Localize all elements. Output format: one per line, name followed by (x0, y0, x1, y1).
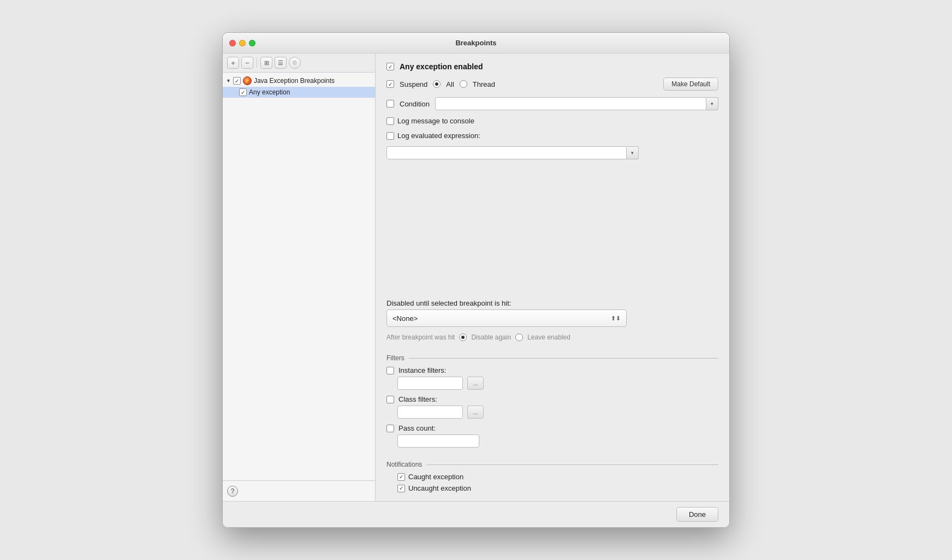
notifications-divider-row: Notifications (386, 461, 718, 468)
left-toolbar: + − ⊞ ☰ © (223, 53, 375, 73)
caught-exception-checkbox[interactable] (397, 473, 405, 481)
suspend-label: Suspend (400, 80, 427, 88)
after-hit-row: After breakpoint was hit Disable again L… (386, 333, 718, 341)
maximize-button[interactable] (249, 40, 255, 46)
right-panel: Any exception enabled Suspend All Thread… (376, 53, 729, 501)
condition-dropdown-button[interactable]: ▾ (706, 97, 718, 110)
thread-label: Thread (473, 80, 495, 88)
suspend-checkbox[interactable] (386, 80, 394, 88)
suspend-row: Suspend All Thread Make Default (386, 78, 718, 91)
caught-exception-label: Caught exception (408, 473, 463, 481)
help-button[interactable]: ? (227, 486, 238, 497)
icon1-button[interactable]: ⊞ (260, 57, 272, 69)
content-area: + − ⊞ ☰ © ▼ ⚡ Java Exception Breakpoints… (223, 53, 729, 501)
breakpoints-window: Breakpoints + − ⊞ ☰ © ▼ ⚡ Java Exception… (222, 32, 730, 528)
remove-button[interactable]: − (241, 57, 253, 69)
select-arrow-icon: ⬆⬇ (611, 315, 621, 322)
class-filters-row: Class filters: (386, 395, 718, 403)
instance-filters-input[interactable] (397, 377, 463, 390)
condition-label: Condition (400, 100, 430, 108)
none-select[interactable]: <None> ⬆⬇ (386, 309, 627, 327)
left-panel: + − ⊞ ☰ © ▼ ⚡ Java Exception Breakpoints… (223, 53, 376, 501)
class-filters-label: Class filters: (398, 395, 437, 403)
condition-row: Condition ▾ (386, 97, 718, 110)
thread-radio[interactable] (460, 80, 467, 88)
instance-filters-row: Instance filters: (386, 366, 718, 374)
filters-divider-line (409, 358, 718, 359)
log-message-checkbox[interactable] (386, 117, 394, 125)
traffic-lights (229, 40, 255, 46)
titlebar: Breakpoints (223, 33, 729, 53)
help-area: ? (223, 480, 375, 501)
make-default-button[interactable]: Make Default (663, 78, 718, 91)
uncaught-exception-row: Uncaught exception (397, 484, 718, 492)
log-message-row: Log message to console (386, 117, 718, 125)
none-option-label: <None> (392, 314, 418, 323)
uncaught-exception-checkbox[interactable] (397, 485, 405, 492)
disable-again-label: Disable again (471, 333, 511, 341)
breakpoints-tree: ▼ ⚡ Java Exception Breakpoints Any excep… (223, 73, 375, 480)
icon3-button[interactable]: © (289, 57, 301, 69)
instance-filter-input-row: ... (397, 377, 718, 390)
any-exception-checkbox[interactable] (386, 63, 394, 70)
instance-browse-button[interactable]: ... (467, 377, 484, 390)
class-filter-input-row: ... (397, 406, 718, 419)
log-message-label: Log message to console (397, 117, 474, 125)
tree-item-any-exception[interactable]: Any exception (223, 87, 375, 98)
pass-count-input[interactable] (397, 434, 479, 448)
after-hit-label: After breakpoint was hit (386, 333, 455, 341)
chevron-icon: ▼ (226, 78, 231, 84)
item-checkbox[interactable] (239, 88, 247, 96)
class-filters-checkbox[interactable] (386, 396, 394, 403)
filters-label: Filters (386, 354, 404, 362)
toolbar-separator (257, 58, 257, 68)
filters-divider-row: Filters (386, 354, 718, 362)
any-exception-title: Any exception enabled (400, 62, 483, 71)
item-label: Any exception (249, 88, 290, 96)
minimize-button[interactable] (239, 40, 246, 46)
pass-count-checkbox[interactable] (386, 425, 394, 432)
instance-filters-label: Instance filters: (398, 366, 446, 374)
leave-enabled-radio[interactable] (515, 333, 523, 341)
disable-again-radio[interactable] (459, 333, 467, 341)
class-filters-input[interactable] (397, 406, 463, 419)
class-browse-button[interactable]: ... (467, 406, 484, 419)
all-radio[interactable] (433, 80, 441, 88)
group-label: Java Exception Breakpoints (254, 77, 335, 85)
condition-input[interactable] (435, 97, 706, 110)
all-label: All (446, 80, 454, 88)
leave-enabled-label: Leave enabled (527, 333, 570, 341)
group-checkbox[interactable] (233, 77, 241, 85)
disabled-until-section: Disabled until selected breakpoint is hi… (386, 299, 718, 327)
log-evaluated-label: Log evaluated expression: (397, 132, 480, 140)
exception-title-row: Any exception enabled (386, 62, 718, 71)
log-evaluated-checkbox[interactable] (386, 132, 394, 140)
condition-input-wrapper: ▾ (435, 97, 718, 110)
tree-group-java-exceptions[interactable]: ▼ ⚡ Java Exception Breakpoints (223, 75, 375, 87)
done-button[interactable]: Done (676, 507, 718, 522)
notifications-divider-line (426, 464, 718, 465)
close-button[interactable] (229, 40, 236, 46)
disabled-until-label: Disabled until selected breakpoint is hi… (386, 299, 718, 307)
instance-filters-checkbox[interactable] (386, 367, 394, 374)
condition-checkbox[interactable] (386, 100, 394, 108)
notifications-section: Notifications Caught exception Uncaught … (386, 458, 718, 492)
exception-icon: ⚡ (243, 76, 252, 85)
log-evaluated-row: Log evaluated expression: (386, 132, 718, 140)
pass-count-row: Pass count: (386, 424, 718, 432)
log-input-wrapper: ▾ (386, 146, 659, 293)
window-title: Breakpoints (455, 39, 496, 47)
caught-exception-row: Caught exception (397, 473, 718, 481)
filters-section-wrapper: Filters Instance filters: ... Class filt… (386, 352, 718, 448)
log-expression-input[interactable] (386, 146, 627, 159)
done-row: Done (223, 501, 729, 527)
pass-count-label: Pass count: (398, 424, 436, 432)
pass-count-input-row (397, 434, 718, 448)
icon2-button[interactable]: ☰ (275, 57, 287, 69)
log-expression-dropdown[interactable]: ▾ (627, 146, 639, 159)
add-button[interactable]: + (227, 57, 239, 69)
notifications-label: Notifications (386, 461, 422, 468)
help-icon: ? (231, 487, 235, 495)
uncaught-exception-label: Uncaught exception (408, 484, 471, 492)
